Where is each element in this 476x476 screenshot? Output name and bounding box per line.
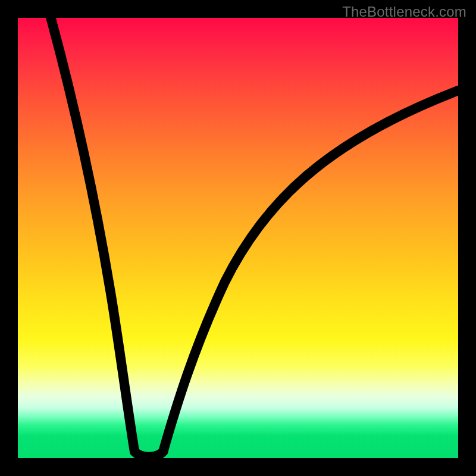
curve-right <box>163 90 458 452</box>
chart-frame: TheBottleneck.com <box>0 0 476 476</box>
watermark-text: TheBottleneck.com <box>342 4 466 20</box>
curve-layer <box>18 18 458 458</box>
curve-left <box>51 18 135 452</box>
plot-area <box>18 18 458 458</box>
